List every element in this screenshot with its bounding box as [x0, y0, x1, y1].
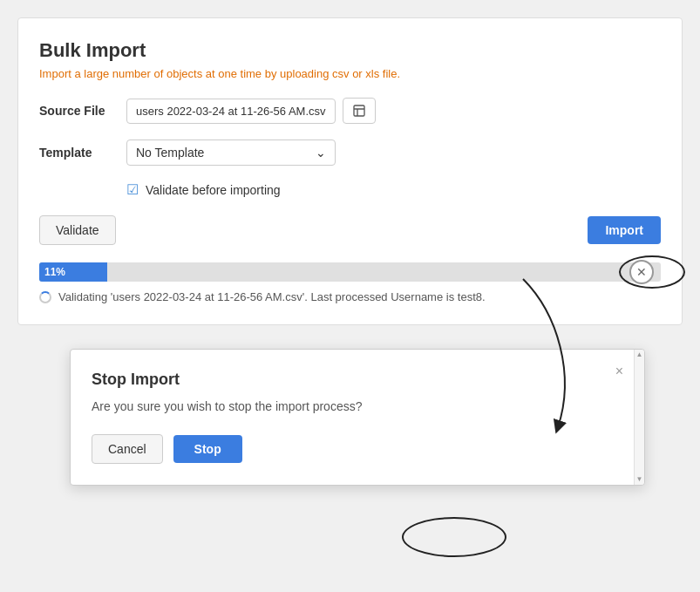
template-label: Template: [39, 146, 126, 160]
template-value: No Template: [136, 146, 204, 160]
progress-percent: 11%: [44, 266, 65, 278]
action-row: Validate Import: [39, 215, 661, 245]
page-subtitle: Import a large number of objects at one …: [39, 67, 661, 80]
validating-message: Validating 'users 2022-03-24 at 11-26-56…: [58, 290, 486, 303]
file-picker-button[interactable]: [343, 98, 376, 124]
source-file-row: Source File users 2022-03-24 at 11-26-56…: [39, 98, 661, 124]
template-dropdown[interactable]: No Template ⌄: [126, 139, 336, 166]
modal-scrollbar[interactable]: ▲ ▼: [634, 350, 644, 485]
svg-rect-0: [354, 105, 364, 116]
validating-message-row: Validating 'users 2022-03-24 at 11-26-56…: [39, 290, 661, 303]
source-file-value: users 2022-03-24 at 11-26-56 AM.csv: [126, 99, 336, 124]
modal-close-button[interactable]: ×: [615, 364, 623, 379]
import-button[interactable]: Import: [588, 216, 661, 244]
validate-button[interactable]: Validate: [39, 215, 116, 245]
source-file-label: Source File: [39, 104, 126, 118]
scrollbar-down-arrow: ▼: [636, 476, 643, 483]
scrollbar-up-arrow: ▲: [636, 351, 643, 358]
progress-area: 11% ✕ Validating 'users 2022-03-24 at 11…: [39, 262, 661, 303]
validate-checkbox-row: ☑ Validate before importing: [126, 181, 661, 198]
modal-title: Stop Import: [92, 371, 623, 389]
progress-bar-container: 11% ✕: [39, 262, 661, 282]
template-row: Template No Template ⌄: [39, 139, 661, 166]
stop-button[interactable]: Stop: [173, 435, 242, 463]
progress-wrapper: 11% ✕: [39, 262, 661, 282]
bulk-import-card: Bulk Import Import a large number of obj…: [17, 17, 683, 325]
validate-label: Validate before importing: [146, 183, 281, 197]
progress-bar-fill: 11%: [39, 262, 107, 282]
modal-body: Are you sure you wish to stop the import…: [92, 399, 623, 413]
checkbox-checked-icon[interactable]: ☑: [126, 181, 139, 198]
chevron-down-icon: ⌄: [316, 146, 326, 160]
stop-import-modal: ▲ ▼ × Stop Import Are you sure you wish …: [70, 349, 645, 486]
modal-actions: Cancel Stop: [92, 434, 623, 464]
page-title: Bulk Import: [39, 39, 661, 62]
source-file-display: users 2022-03-24 at 11-26-56 AM.csv: [126, 98, 376, 124]
validating-spinner: [39, 291, 51, 303]
stop-progress-button[interactable]: ✕: [629, 260, 654, 284]
modal-stop-button-annotation-ellipse: [402, 517, 506, 557]
cancel-button[interactable]: Cancel: [92, 434, 163, 464]
